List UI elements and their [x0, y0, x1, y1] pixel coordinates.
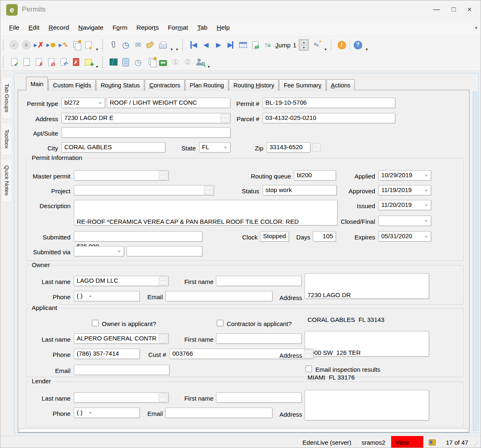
toolbar-drag-handle[interactable] — [102, 57, 105, 68]
quick-notes-dropdown-icon[interactable]: ▾ — [323, 47, 328, 52]
menu-format[interactable]: Format — [163, 21, 192, 34]
days-field[interactable]: 105 — [313, 231, 336, 242]
project-field[interactable] — [74, 185, 214, 195]
approved-date-combo[interactable]: 11/19/2019 — [378, 185, 431, 195]
toolbar-drag-handle[interactable] — [3, 57, 6, 68]
tab-routing-status[interactable]: Routing Status — [96, 79, 144, 91]
parcel-field[interactable]: 03-4132-025-0210 — [263, 113, 395, 123]
calculator-button[interactable] — [120, 56, 132, 69]
contractor-is-applicant-checkbox[interactable] — [217, 320, 223, 326]
clock-field[interactable]: Stopped — [260, 231, 289, 242]
zip-field[interactable]: 33143-6520 — [267, 142, 310, 152]
toolbar-drag-handle[interactable] — [182, 40, 185, 50]
attachments-button[interactable] — [107, 38, 120, 52]
return-document-button[interactable]: ← — [20, 56, 33, 69]
tab-fee-summary[interactable]: Fee Summary — [279, 79, 326, 91]
help-dropdown-icon[interactable]: ▾ — [364, 47, 369, 52]
tools-dropdown-icon[interactable]: ▾ — [206, 64, 211, 69]
issued-date-combo[interactable]: 11/20/2019 — [378, 200, 431, 210]
lender-first-name-field[interactable] — [216, 392, 302, 403]
email-inspection-results-checkbox[interactable] — [305, 366, 312, 372]
applicant-lookup-button[interactable]: ··· — [159, 334, 167, 343]
owner-address-box[interactable]: 7230 LAGO DR CORAL GABLES FL 33143 — [305, 273, 429, 299]
first-record-button[interactable]: ◀ — [187, 38, 199, 52]
copy-record-button[interactable] — [70, 38, 82, 52]
edit-tag-button[interactable]: ✎ — [144, 38, 157, 52]
mail-button[interactable]: ✉ — [132, 38, 144, 52]
notes-dropdown-icon[interactable]: ▾ — [94, 64, 100, 69]
submitted-via-combo[interactable] — [74, 246, 124, 256]
owner-email-field[interactable] — [165, 291, 272, 301]
vertical-scrollbar[interactable] — [473, 91, 477, 431]
step-one-button[interactable]: ① — [169, 56, 181, 69]
person-search-button[interactable] — [194, 56, 206, 69]
quick-notes-button[interactable]: ✎✦ — [310, 38, 323, 52]
applicant-first-name-field[interactable] — [216, 333, 302, 344]
apt-suite-field[interactable] — [61, 127, 230, 138]
copy-permit-button[interactable] — [144, 56, 157, 69]
accept-button[interactable]: ✔ — [8, 38, 20, 52]
permit-number-field[interactable]: BL-19-10-5706 — [263, 98, 395, 108]
menu-overflow-icon[interactable]: ▾ — [475, 25, 477, 30]
jump-spinner-down[interactable]: ▼ — [300, 45, 308, 50]
next-record-button[interactable]: ▶ — [212, 38, 224, 52]
status-field[interactable]: stop work — [263, 185, 337, 195]
menu-tab[interactable]: Tab — [192, 21, 212, 34]
address-lookup-button[interactable]: ··· — [221, 114, 229, 122]
jump-value[interactable]: 1 — [292, 42, 299, 49]
print-button[interactable] — [157, 38, 169, 52]
submitted-field[interactable] — [74, 231, 202, 242]
help-button[interactable] — [352, 38, 364, 52]
lender-email-field[interactable] — [165, 408, 272, 418]
tab-main[interactable]: Main — [26, 77, 48, 91]
map-button[interactable] — [107, 56, 120, 69]
owner-first-name-field[interactable] — [216, 276, 302, 286]
stop-document-button[interactable]: ⊘ — [45, 56, 57, 69]
grid-view-button[interactable] — [237, 38, 249, 52]
approve-document-button[interactable]: ✔ — [8, 56, 20, 69]
applicant-last-name-field[interactable]: ALPERO GENERAL CONTR — [74, 333, 169, 344]
routing-queue-field[interactable]: bl200 — [294, 170, 336, 181]
toolbar-overflow-icon[interactable]: ▾ — [174, 47, 180, 52]
applicant-phone-field[interactable]: (786) 357-7414 — [74, 349, 140, 359]
sort-button[interactable]: ↑≡ — [261, 38, 274, 52]
state-combo[interactable]: FL — [199, 142, 230, 152]
alerts-button[interactable] — [336, 38, 348, 52]
applicant-email-field[interactable] — [74, 365, 169, 375]
history-button[interactable]: ◷ — [120, 38, 132, 52]
menu-reports[interactable]: Reports — [132, 21, 163, 34]
lender-address-box[interactable] — [305, 390, 429, 420]
menu-record[interactable]: Record — [44, 21, 74, 34]
closed-final-combo[interactable] — [378, 216, 431, 226]
delete-document-button[interactable]: ✗ — [70, 56, 82, 69]
owner-lookup-button[interactable]: ··· — [159, 277, 167, 285]
toolbar-drag-handle[interactable] — [3, 40, 6, 50]
cancel-button[interactable]: ✖ — [20, 38, 33, 52]
minimize-button[interactable]: — — [429, 3, 443, 16]
permit-type-desc-field[interactable]: ROOF / LIGHT WEIGHT CONC — [107, 98, 230, 108]
new-record-button[interactable]: ▶✱ — [45, 38, 57, 52]
menu-edit[interactable]: Edit — [24, 21, 44, 34]
sidebar-tab-groups[interactable]: Tab Groups — [1, 77, 12, 119]
print-dropdown-icon[interactable]: ▾ — [169, 47, 174, 52]
description-textarea[interactable]: RE-ROOF *CERAMICA VEREA CAP & PAN BARREL… — [74, 200, 338, 225]
tab-custom-fields[interactable]: Custom Fields — [48, 79, 96, 91]
edit-record-button[interactable]: ▶✎ — [57, 38, 70, 52]
address-field[interactable]: 7230 LAGO DR E — [61, 113, 230, 123]
sidebar-quick-notes[interactable]: Quick Notes — [1, 159, 12, 202]
delete-record-button[interactable]: ▶✗ — [33, 38, 45, 52]
menu-file[interactable]: File — [5, 21, 24, 34]
lender-lookup-button[interactable]: ··· — [159, 393, 167, 402]
tab-actions[interactable]: Actions — [326, 79, 355, 91]
applicant-address-box[interactable]: 8900 SW 126 TER MIAMI FL 33176 — [305, 331, 429, 357]
last-record-button[interactable]: ▶ — [224, 38, 237, 52]
previous-record-button[interactable]: ◀ — [199, 38, 212, 52]
resize-grip[interactable] — [473, 436, 479, 448]
time-button[interactable]: ◷ — [132, 56, 144, 69]
owner-is-applicant-checkbox[interactable] — [92, 320, 99, 326]
master-permit-field[interactable] — [74, 170, 169, 181]
lender-phone-field[interactable]: ( ) - — [74, 408, 140, 418]
save-query-button[interactable]: ▼ — [82, 38, 94, 52]
undo-document-button[interactable]: ↶ — [57, 56, 70, 69]
project-lookup-button[interactable]: ··· — [204, 186, 213, 195]
